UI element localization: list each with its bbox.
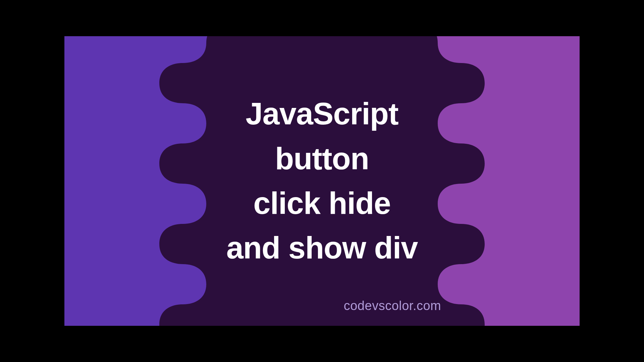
content-area: JavaScript button click hide and show di… bbox=[64, 36, 580, 326]
title-line-2: button bbox=[226, 136, 418, 181]
title-line-4: and show div bbox=[226, 226, 418, 270]
title-line-1: JavaScript bbox=[226, 92, 418, 136]
title-line-3: click hide bbox=[226, 181, 418, 226]
banner-card: JavaScript button click hide and show di… bbox=[64, 36, 580, 326]
watermark-text: codevscolor.com bbox=[64, 299, 580, 313]
banner-title: JavaScript button click hide and show di… bbox=[226, 92, 418, 270]
